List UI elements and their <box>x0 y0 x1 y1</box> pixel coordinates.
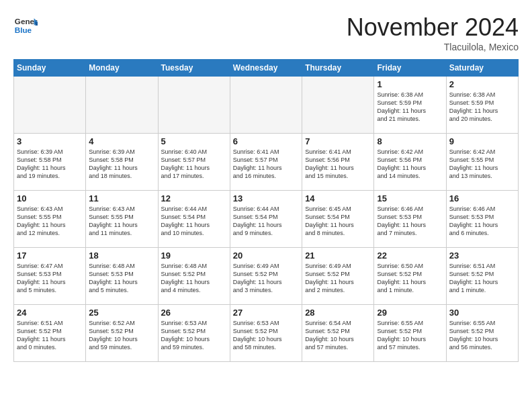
day-number: 21 <box>305 250 371 261</box>
weekday-header-row: SundayMondayTuesdayWednesdayThursdayFrid… <box>14 60 519 77</box>
calendar-cell: 15Sunrise: 6:46 AM Sunset: 5:53 PM Dayli… <box>374 191 446 248</box>
weekday-header-sunday: Sunday <box>14 60 86 77</box>
week-row-3: 10Sunrise: 6:43 AM Sunset: 5:55 PM Dayli… <box>14 191 519 248</box>
cell-info: Sunrise: 6:46 AM Sunset: 5:53 PM Dayligh… <box>377 205 443 238</box>
cell-info: Sunrise: 6:48 AM Sunset: 5:52 PM Dayligh… <box>161 262 227 295</box>
cell-info: Sunrise: 6:49 AM Sunset: 5:52 PM Dayligh… <box>305 262 371 295</box>
day-number: 1 <box>377 79 443 89</box>
cell-info: Sunrise: 6:40 AM Sunset: 5:57 PM Dayligh… <box>161 148 227 181</box>
cell-info: Sunrise: 6:41 AM Sunset: 5:56 PM Dayligh… <box>305 148 371 181</box>
day-number: 18 <box>89 250 154 261</box>
day-number: 29 <box>377 308 443 318</box>
day-number: 2 <box>449 79 515 89</box>
calendar-cell: 12Sunrise: 6:44 AM Sunset: 5:54 PM Dayli… <box>158 191 230 248</box>
calendar-cell: 1Sunrise: 6:38 AM Sunset: 5:59 PM Daylig… <box>374 77 446 134</box>
calendar-cell <box>230 77 302 134</box>
cell-info: Sunrise: 6:45 AM Sunset: 5:54 PM Dayligh… <box>305 205 371 238</box>
calendar-cell: 23Sunrise: 6:51 AM Sunset: 5:52 PM Dayli… <box>446 248 518 305</box>
day-number: 17 <box>17 250 83 261</box>
month-title: November 2024 <box>347 13 519 42</box>
svg-marker-3 <box>35 22 38 26</box>
cell-info: Sunrise: 6:47 AM Sunset: 5:53 PM Dayligh… <box>17 262 83 295</box>
cell-info: Sunrise: 6:44 AM Sunset: 5:54 PM Dayligh… <box>161 205 227 238</box>
calendar-cell: 20Sunrise: 6:49 AM Sunset: 5:52 PM Dayli… <box>230 248 302 305</box>
cell-info: Sunrise: 6:46 AM Sunset: 5:53 PM Dayligh… <box>449 205 515 238</box>
day-number: 10 <box>17 193 83 203</box>
calendar-cell: 18Sunrise: 6:48 AM Sunset: 5:53 PM Dayli… <box>86 248 158 305</box>
weekday-header-monday: Monday <box>86 60 158 77</box>
cell-info: Sunrise: 6:49 AM Sunset: 5:52 PM Dayligh… <box>233 262 299 295</box>
cell-info: Sunrise: 6:53 AM Sunset: 5:52 PM Dayligh… <box>233 319 299 352</box>
day-number: 7 <box>305 136 371 146</box>
cell-info: Sunrise: 6:42 AM Sunset: 5:56 PM Dayligh… <box>377 148 443 181</box>
calendar-cell: 3Sunrise: 6:39 AM Sunset: 5:58 PM Daylig… <box>14 134 86 191</box>
calendar-table: SundayMondayTuesdayWednesdayThursdayFrid… <box>13 59 519 362</box>
day-number: 24 <box>17 308 83 318</box>
day-number: 14 <box>305 193 371 203</box>
week-row-2: 3Sunrise: 6:39 AM Sunset: 5:58 PM Daylig… <box>14 134 519 191</box>
cell-info: Sunrise: 6:39 AM Sunset: 5:58 PM Dayligh… <box>17 148 83 181</box>
calendar-cell: 22Sunrise: 6:50 AM Sunset: 5:52 PM Dayli… <box>374 248 446 305</box>
cell-info: Sunrise: 6:42 AM Sunset: 5:55 PM Dayligh… <box>449 148 515 181</box>
day-number: 4 <box>89 136 154 146</box>
calendar-cell: 9Sunrise: 6:42 AM Sunset: 5:55 PM Daylig… <box>446 134 518 191</box>
day-number: 23 <box>449 250 515 261</box>
calendar-cell: 8Sunrise: 6:42 AM Sunset: 5:56 PM Daylig… <box>374 134 446 191</box>
cell-info: Sunrise: 6:44 AM Sunset: 5:54 PM Dayligh… <box>233 205 299 238</box>
cell-info: Sunrise: 6:48 AM Sunset: 5:53 PM Dayligh… <box>89 262 154 295</box>
day-number: 12 <box>161 193 227 203</box>
calendar-cell <box>302 77 374 134</box>
calendar-cell: 25Sunrise: 6:52 AM Sunset: 5:52 PM Dayli… <box>86 305 158 362</box>
calendar-cell: 27Sunrise: 6:53 AM Sunset: 5:52 PM Dayli… <box>230 305 302 362</box>
calendar-cell: 11Sunrise: 6:43 AM Sunset: 5:55 PM Dayli… <box>86 191 158 248</box>
weekday-header-tuesday: Tuesday <box>158 60 230 77</box>
calendar-cell: 7Sunrise: 6:41 AM Sunset: 5:56 PM Daylig… <box>302 134 374 191</box>
calendar-cell: 13Sunrise: 6:44 AM Sunset: 5:54 PM Dayli… <box>230 191 302 248</box>
week-row-1: 1Sunrise: 6:38 AM Sunset: 5:59 PM Daylig… <box>14 77 519 134</box>
calendar-cell: 24Sunrise: 6:51 AM Sunset: 5:52 PM Dayli… <box>14 305 86 362</box>
svg-text:Blue: Blue <box>15 26 32 34</box>
logo-icon: General Blue <box>13 13 38 38</box>
header: General Blue November 2024 Tlacuilola, M… <box>13 13 519 52</box>
calendar-cell: 10Sunrise: 6:43 AM Sunset: 5:55 PM Dayli… <box>14 191 86 248</box>
calendar-cell: 4Sunrise: 6:39 AM Sunset: 5:58 PM Daylig… <box>86 134 158 191</box>
calendar-cell: 29Sunrise: 6:55 AM Sunset: 5:52 PM Dayli… <box>374 305 446 362</box>
cell-info: Sunrise: 6:53 AM Sunset: 5:52 PM Dayligh… <box>161 319 227 352</box>
logo: General Blue <box>13 13 38 38</box>
calendar-cell <box>158 77 230 134</box>
calendar-cell: 28Sunrise: 6:54 AM Sunset: 5:52 PM Dayli… <box>302 305 374 362</box>
weekday-header-saturday: Saturday <box>446 60 518 77</box>
day-number: 27 <box>233 308 299 318</box>
calendar-cell: 5Sunrise: 6:40 AM Sunset: 5:57 PM Daylig… <box>158 134 230 191</box>
page: General Blue November 2024 Tlacuilola, M… <box>0 0 532 369</box>
day-number: 6 <box>233 136 299 146</box>
cell-info: Sunrise: 6:38 AM Sunset: 5:59 PM Dayligh… <box>377 91 443 124</box>
day-number: 26 <box>161 308 227 318</box>
cell-info: Sunrise: 6:39 AM Sunset: 5:58 PM Dayligh… <box>89 148 154 181</box>
cell-info: Sunrise: 6:51 AM Sunset: 5:52 PM Dayligh… <box>17 319 83 352</box>
weekday-header-friday: Friday <box>374 60 446 77</box>
day-number: 8 <box>377 136 443 146</box>
day-number: 20 <box>233 250 299 261</box>
weekday-header-wednesday: Wednesday <box>230 60 302 77</box>
cell-info: Sunrise: 6:54 AM Sunset: 5:52 PM Dayligh… <box>305 319 371 352</box>
cell-info: Sunrise: 6:50 AM Sunset: 5:52 PM Dayligh… <box>377 262 443 295</box>
week-row-5: 24Sunrise: 6:51 AM Sunset: 5:52 PM Dayli… <box>14 305 519 362</box>
cell-info: Sunrise: 6:55 AM Sunset: 5:52 PM Dayligh… <box>449 319 515 352</box>
day-number: 25 <box>89 308 154 318</box>
day-number: 5 <box>161 136 227 146</box>
day-number: 19 <box>161 250 227 261</box>
day-number: 16 <box>449 193 515 203</box>
calendar-cell: 6Sunrise: 6:41 AM Sunset: 5:57 PM Daylig… <box>230 134 302 191</box>
weekday-header-thursday: Thursday <box>302 60 374 77</box>
calendar-cell: 19Sunrise: 6:48 AM Sunset: 5:52 PM Dayli… <box>158 248 230 305</box>
title-block: November 2024 Tlacuilola, Mexico <box>347 13 519 52</box>
calendar-cell: 21Sunrise: 6:49 AM Sunset: 5:52 PM Dayli… <box>302 248 374 305</box>
day-number: 13 <box>233 193 299 203</box>
calendar-cell: 30Sunrise: 6:55 AM Sunset: 5:52 PM Dayli… <box>446 305 518 362</box>
cell-info: Sunrise: 6:51 AM Sunset: 5:52 PM Dayligh… <box>449 262 515 295</box>
cell-info: Sunrise: 6:38 AM Sunset: 5:59 PM Dayligh… <box>449 91 515 124</box>
cell-info: Sunrise: 6:55 AM Sunset: 5:52 PM Dayligh… <box>377 319 443 352</box>
cell-info: Sunrise: 6:43 AM Sunset: 5:55 PM Dayligh… <box>17 205 83 238</box>
day-number: 28 <box>305 308 371 318</box>
